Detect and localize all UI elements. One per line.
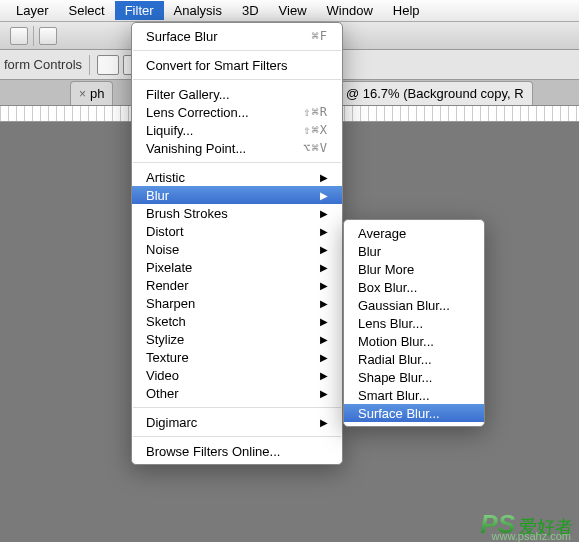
filter-dropdown: Surface Blur⌘FConvert for Smart FiltersF… bbox=[131, 22, 343, 465]
submenu-arrow-icon: ▶ bbox=[320, 262, 328, 273]
menu-item-label: Artistic bbox=[146, 170, 296, 185]
submenu-item-box-blur[interactable]: Box Blur... bbox=[344, 278, 484, 296]
close-icon[interactable]: × bbox=[79, 87, 86, 101]
menu-item-stylize[interactable]: Stylize▶ bbox=[132, 330, 342, 348]
menu-help[interactable]: Help bbox=[383, 1, 430, 20]
submenu-item-blur[interactable]: Blur bbox=[344, 242, 484, 260]
submenu-item-lens-blur[interactable]: Lens Blur... bbox=[344, 314, 484, 332]
submenu-arrow-icon: ▶ bbox=[320, 298, 328, 309]
submenu-item-label: Radial Blur... bbox=[358, 352, 470, 367]
submenu-item-shape-blur[interactable]: Shape Blur... bbox=[344, 368, 484, 386]
options-separator bbox=[89, 55, 90, 75]
toolbar-button[interactable] bbox=[39, 27, 57, 45]
menu-item-texture[interactable]: Texture▶ bbox=[132, 348, 342, 366]
toolbar-button[interactable] bbox=[10, 27, 28, 45]
menu-item-label: Filter Gallery... bbox=[146, 87, 328, 102]
submenu-item-surface-blur[interactable]: Surface Blur... bbox=[344, 404, 484, 422]
watermark-url: www.psahz.com bbox=[492, 530, 571, 542]
menu-separator bbox=[133, 79, 341, 80]
submenu-arrow-icon: ▶ bbox=[320, 316, 328, 327]
menu-view[interactable]: View bbox=[269, 1, 317, 20]
submenu-item-smart-blur[interactable]: Smart Blur... bbox=[344, 386, 484, 404]
menu-item-convert-for-smart-filters[interactable]: Convert for Smart Filters bbox=[132, 56, 342, 74]
menu-item-label: Lens Correction... bbox=[146, 105, 273, 120]
submenu-arrow-icon: ▶ bbox=[320, 417, 328, 428]
menu-item-vanishing-point[interactable]: Vanishing Point...⌥⌘V bbox=[132, 139, 342, 157]
menu-item-label: Blur bbox=[146, 188, 296, 203]
submenu-arrow-icon: ▶ bbox=[320, 244, 328, 255]
menu-item-pixelate[interactable]: Pixelate▶ bbox=[132, 258, 342, 276]
menu-item-distort[interactable]: Distort▶ bbox=[132, 222, 342, 240]
menu-item-artistic[interactable]: Artistic▶ bbox=[132, 168, 342, 186]
menu-item-browse-filters-online[interactable]: Browse Filters Online... bbox=[132, 442, 342, 460]
submenu-item-label: Smart Blur... bbox=[358, 388, 470, 403]
menu-item-lens-correction[interactable]: Lens Correction...⇧⌘R bbox=[132, 103, 342, 121]
menu-item-video[interactable]: Video▶ bbox=[132, 366, 342, 384]
submenu-item-radial-blur[interactable]: Radial Blur... bbox=[344, 350, 484, 368]
submenu-item-motion-blur[interactable]: Motion Blur... bbox=[344, 332, 484, 350]
submenu-item-label: Blur bbox=[358, 244, 470, 259]
blur-submenu: AverageBlurBlur MoreBox Blur...Gaussian … bbox=[343, 219, 485, 427]
menu-item-other[interactable]: Other▶ bbox=[132, 384, 342, 402]
menu-select[interactable]: Select bbox=[59, 1, 115, 20]
menu-item-label: Noise bbox=[146, 242, 296, 257]
submenu-arrow-icon: ▶ bbox=[320, 334, 328, 345]
submenu-item-label: Gaussian Blur... bbox=[358, 298, 470, 313]
submenu-item-gaussian-blur[interactable]: Gaussian Blur... bbox=[344, 296, 484, 314]
menu-item-label: Convert for Smart Filters bbox=[146, 58, 328, 73]
menubar: Layer Select Filter Analysis 3D View Win… bbox=[0, 0, 579, 22]
menu-item-label: Other bbox=[146, 386, 296, 401]
menu-3d[interactable]: 3D bbox=[232, 1, 269, 20]
menu-layer[interactable]: Layer bbox=[6, 1, 59, 20]
menu-separator bbox=[133, 162, 341, 163]
submenu-item-label: Surface Blur... bbox=[358, 406, 470, 421]
menu-item-label: Texture bbox=[146, 350, 296, 365]
menu-item-brush-strokes[interactable]: Brush Strokes▶ bbox=[132, 204, 342, 222]
menu-item-sketch[interactable]: Sketch▶ bbox=[132, 312, 342, 330]
submenu-item-blur-more[interactable]: Blur More bbox=[344, 260, 484, 278]
submenu-item-label: Average bbox=[358, 226, 470, 241]
menu-separator bbox=[133, 50, 341, 51]
submenu-arrow-icon: ▶ bbox=[320, 280, 328, 291]
menu-shortcut: ⇧⌘X bbox=[303, 123, 328, 137]
menu-window[interactable]: Window bbox=[317, 1, 383, 20]
menu-analysis[interactable]: Analysis bbox=[164, 1, 232, 20]
menu-item-render[interactable]: Render▶ bbox=[132, 276, 342, 294]
menu-separator bbox=[133, 407, 341, 408]
watermark: PS 爱好者 www.psahz.com bbox=[480, 509, 573, 540]
tab-label-prefix: ph bbox=[90, 86, 104, 101]
menu-filter[interactable]: Filter bbox=[115, 1, 164, 20]
options-button[interactable] bbox=[97, 55, 119, 75]
menu-item-filter-gallery[interactable]: Filter Gallery... bbox=[132, 85, 342, 103]
menu-item-blur[interactable]: Blur▶ bbox=[132, 186, 342, 204]
submenu-item-average[interactable]: Average bbox=[344, 224, 484, 242]
menu-item-liquify[interactable]: Liquify...⇧⌘X bbox=[132, 121, 342, 139]
menu-item-label: Sketch bbox=[146, 314, 296, 329]
menu-shortcut: ⌥⌘V bbox=[303, 141, 328, 155]
menu-item-surface-blur[interactable]: Surface Blur⌘F bbox=[132, 27, 342, 45]
submenu-item-label: Motion Blur... bbox=[358, 334, 470, 349]
menu-item-sharpen[interactable]: Sharpen▶ bbox=[132, 294, 342, 312]
submenu-arrow-icon: ▶ bbox=[320, 352, 328, 363]
menu-item-label: Sharpen bbox=[146, 296, 296, 311]
submenu-item-label: Blur More bbox=[358, 262, 470, 277]
menu-item-label: Render bbox=[146, 278, 296, 293]
submenu-arrow-icon: ▶ bbox=[320, 370, 328, 381]
menu-item-label: Pixelate bbox=[146, 260, 296, 275]
submenu-arrow-icon: ▶ bbox=[320, 226, 328, 237]
menu-item-label: Browse Filters Online... bbox=[146, 444, 328, 459]
menu-item-noise[interactable]: Noise▶ bbox=[132, 240, 342, 258]
submenu-item-label: Box Blur... bbox=[358, 280, 470, 295]
submenu-arrow-icon: ▶ bbox=[320, 190, 328, 201]
document-tab[interactable]: × ph bbox=[70, 81, 113, 105]
submenu-arrow-icon: ▶ bbox=[320, 172, 328, 183]
menu-shortcut: ⌘F bbox=[312, 29, 328, 43]
menu-item-label: Distort bbox=[146, 224, 296, 239]
menu-item-digimarc[interactable]: Digimarc▶ bbox=[132, 413, 342, 431]
submenu-arrow-icon: ▶ bbox=[320, 388, 328, 399]
submenu-item-label: Shape Blur... bbox=[358, 370, 470, 385]
menu-item-label: Liquify... bbox=[146, 123, 273, 138]
menu-item-label: Stylize bbox=[146, 332, 296, 347]
menu-item-label: Video bbox=[146, 368, 296, 383]
submenu-arrow-icon: ▶ bbox=[320, 208, 328, 219]
